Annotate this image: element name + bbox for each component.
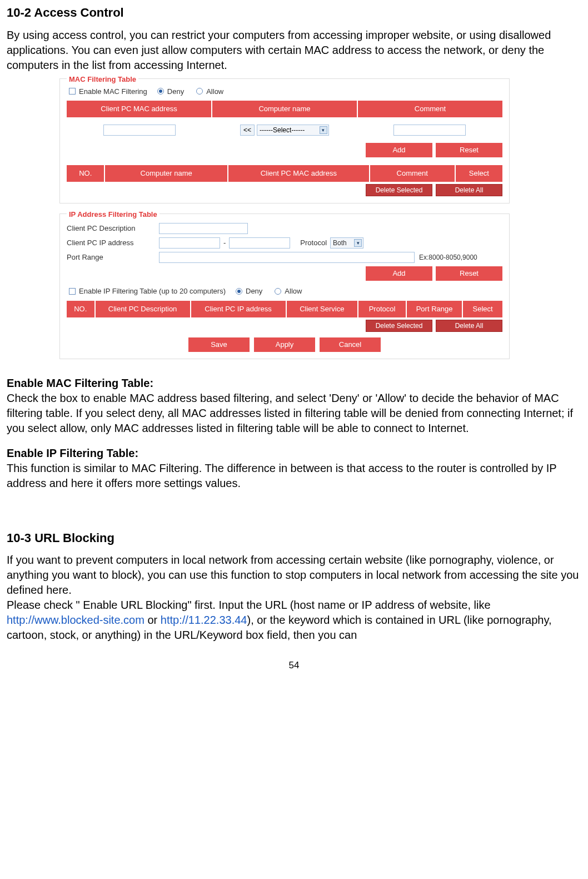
mac-headers-row: Client PC MAC address Computer name Comm…	[67, 101, 502, 117]
ip-list-headers: NO. Client PC Description Client PC IP a…	[67, 301, 502, 317]
ip-protocol-select[interactable]: Both ▾	[330, 237, 363, 249]
ip-port-hint: Ex:8000-8050,9000	[419, 253, 477, 262]
mac-list-headers: NO. Computer name Client PC MAC address …	[67, 165, 502, 182]
enable-mac-title: Enable MAC Filtering Table:	[7, 376, 581, 391]
mac-delete-selected-button[interactable]: Delete Selected	[366, 184, 432, 196]
ip-h-no: NO.	[67, 301, 96, 317]
save-button[interactable]: Save	[188, 337, 250, 352]
mac-allow-radio[interactable]	[196, 88, 203, 95]
ip-from-input[interactable]	[159, 237, 220, 249]
mac-h-select: Select	[456, 165, 502, 182]
enable-ip-body: This function is similar to MAC Filterin…	[7, 461, 581, 491]
ip-h-port: Port Range	[407, 301, 463, 317]
ip-h-ip: Client PC IP address	[191, 301, 287, 317]
mac-reset-button[interactable]: Reset	[436, 143, 502, 157]
mac-deny-label: Deny	[167, 87, 184, 97]
screenshot-figure: MAC Filtering Table Enable MAC Filtering…	[59, 78, 510, 359]
mac-filtering-panel: MAC Filtering Table Enable MAC Filtering…	[59, 78, 510, 204]
ip-h-proto: Protocol	[358, 301, 407, 317]
mac-add-button[interactable]: Add	[366, 143, 432, 157]
intro-paragraph: By using access control, you can restric…	[7, 28, 581, 73]
chevron-down-icon: ▾	[354, 239, 362, 247]
ip-add-button[interactable]: Add	[366, 266, 432, 281]
mac-allow-label: Allow	[206, 87, 223, 97]
apply-button[interactable]: Apply	[254, 337, 315, 352]
ip-protocol-value: Both	[333, 239, 347, 247]
chevron-down-icon: ▾	[320, 126, 327, 134]
ip-delete-all-button[interactable]: Delete All	[436, 320, 502, 332]
mac-deny-radio[interactable]	[157, 88, 164, 95]
ip-allow-label: Allow	[285, 286, 302, 296]
mac-h-comment: Comment	[370, 165, 456, 182]
enable-ip-filtering-label: Enable IP Filtering Table (up to 20 comp…	[79, 286, 226, 296]
ip-deny-radio[interactable]	[236, 288, 242, 295]
ip-allow-radio[interactable]	[275, 288, 281, 295]
ip-desc-label: Client PC Description	[67, 224, 156, 234]
mac-h-name: Computer name	[105, 165, 228, 182]
mac-comment-input[interactable]	[393, 125, 466, 136]
mac-header-name: Computer name	[212, 101, 358, 117]
mac-delete-all-button[interactable]: Delete All	[436, 184, 502, 196]
mac-select-value: ------Select------	[260, 126, 305, 135]
ip-h-desc: Client PC Description	[96, 301, 191, 317]
url-p2-text-b: or	[144, 614, 161, 626]
page-number: 54	[7, 659, 581, 672]
enable-ip-filtering-checkbox[interactable]	[69, 288, 76, 295]
ip-dash: -	[223, 238, 226, 248]
ip-panel-title: IP Address Filtering Table	[67, 210, 160, 220]
ip-reset-button[interactable]: Reset	[436, 266, 502, 281]
ip-proto-label: Protocol	[300, 238, 327, 248]
cancel-button[interactable]: Cancel	[320, 337, 381, 352]
ip-port-label: Port Range	[67, 252, 156, 262]
url-link-1[interactable]: http://www.blocked-site.com	[7, 614, 144, 626]
mac-h-mac: Client PC MAC address	[228, 165, 370, 182]
ip-deny-label: Deny	[246, 286, 262, 296]
ip-h-svc: Client Service	[287, 301, 358, 317]
ip-h-sel: Select	[463, 301, 502, 317]
enable-ip-title: Enable IP Filtering Table:	[7, 446, 581, 461]
ip-desc-input[interactable]	[159, 223, 248, 234]
mac-panel-title: MAC Filtering Table	[67, 75, 138, 85]
url-blocking-p2: Please check " Enable URL Blocking" firs…	[7, 598, 581, 643]
enable-mac-body: Check the box to enable MAC address base…	[7, 391, 581, 436]
mac-h-no: NO.	[67, 165, 105, 182]
mac-computer-select[interactable]: ------Select------ ▾	[257, 125, 329, 136]
section-title-access-control: 10-2 Access Control	[7, 4, 581, 21]
mac-select-shift-button[interactable]: <<	[240, 125, 255, 136]
url-link-2[interactable]: http://11.22.33.44	[161, 614, 247, 626]
url-blocking-p1: If you want to prevent computers in loca…	[7, 553, 581, 598]
ip-to-input[interactable]	[229, 237, 290, 249]
enable-mac-filtering-label: Enable MAC Filtering	[79, 87, 147, 97]
enable-mac-filtering-checkbox[interactable]	[69, 88, 76, 95]
mac-header-mac: Client PC MAC address	[67, 101, 212, 117]
section-title-url-blocking: 10-3 URL Blocking	[7, 530, 581, 547]
mac-header-comment: Comment	[358, 101, 502, 117]
ip-filtering-panel: IP Address Filtering Table Client PC Des…	[59, 213, 510, 359]
url-p2-text-a: Please check " Enable URL Blocking" firs…	[7, 599, 491, 611]
ip-port-input[interactable]	[159, 252, 415, 263]
ip-addr-label: Client PC IP address	[67, 238, 156, 248]
mac-address-input[interactable]	[103, 125, 176, 136]
ip-delete-selected-button[interactable]: Delete Selected	[366, 320, 432, 332]
